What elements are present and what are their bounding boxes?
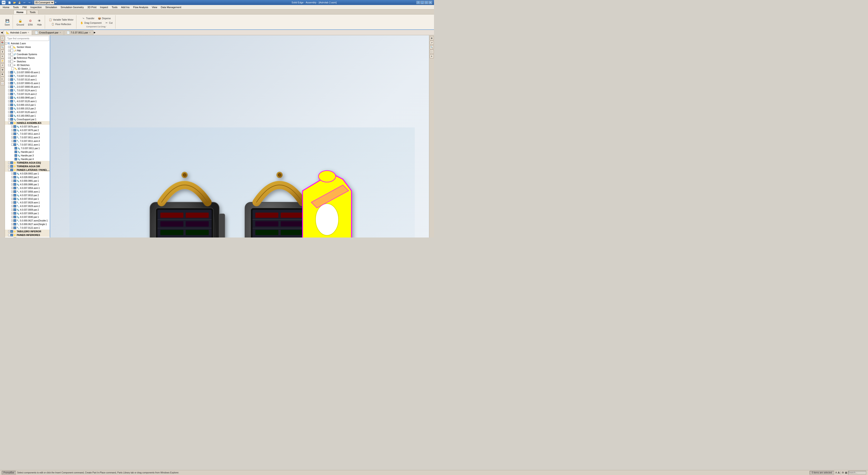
check-01-01[interactable]: ✓ — [10, 82, 13, 85]
expand-1013-2[interactable]: + — [8, 107, 10, 109]
tree-item-0011-asm1[interactable]: - ✓ 🔧 7.0.037.0011.asm:1 — [5, 143, 50, 147]
check-0110-1[interactable]: ✓ — [10, 78, 13, 81]
expand-0886[interactable]: + — [11, 183, 13, 186]
tree-item-pmi[interactable]: + 📝 PMI — [5, 49, 50, 53]
sidebar-icon-sensors[interactable]: ⚡ — [0, 59, 4, 63]
menu-inspection[interactable]: Inspection — [29, 5, 43, 9]
sidebar-icon-simulation[interactable]: ▷ — [0, 77, 4, 81]
expand-00-00[interactable]: + — [8, 71, 10, 73]
check-reference-planes[interactable] — [10, 57, 13, 59]
expand-coordinate-systems[interactable]: + — [8, 53, 10, 55]
check-0627-double[interactable]: ✓ — [13, 219, 16, 222]
check-0011-asm2[interactable]: ✓ — [13, 132, 16, 135]
help-button[interactable]: ? — [416, 1, 420, 4]
check-handle-assemblies[interactable]: ✓ — [10, 122, 13, 124]
tree-item-0010-1[interactable]: + ✓ 🔩 4.0.037.0010.par:1 — [5, 197, 50, 201]
menu-3dprint[interactable]: 3D Print — [86, 5, 98, 9]
save-button[interactable]: 💾 Save — [3, 18, 11, 26]
check-0011-asm4[interactable]: ✓ — [13, 140, 16, 142]
check-paineis-laterais[interactable]: ✓ — [10, 168, 13, 171]
sidebar-icon-properties[interactable]: ℹ — [0, 50, 4, 54]
expand-0056[interactable]: + — [11, 190, 13, 193]
doc-tab-crosssupport[interactable]: 📄 CrossSupport.par ✕ — [32, 30, 64, 35]
expand-0011-asm3[interactable]: + — [11, 136, 13, 138]
tree-item-0029-1[interactable]: + ✓ 🔧 4.0.037.0029.asm:1 — [5, 201, 50, 204]
viewport[interactable]: W Ψ Ψ — [50, 35, 434, 238]
sidebar-icon-select[interactable]: ↗ — [0, 63, 4, 67]
view-icon-3[interactable]: 🔍 — [430, 45, 434, 49]
menu-view[interactable]: View — [150, 5, 159, 9]
minimize-button[interactable]: _ — [421, 1, 424, 4]
close-button[interactable]: ✕ — [429, 1, 432, 4]
sidebar-icon-settings[interactable]: ⚙ — [0, 68, 4, 72]
menu-inspect[interactable]: Inspect — [98, 5, 110, 9]
check-1013-1[interactable]: ✓ — [10, 103, 13, 106]
check-0886[interactable]: ✓ — [13, 183, 16, 186]
menu-home[interactable]: Home — [1, 5, 11, 9]
tree-item-0110-1[interactable]: + ✓ 🔧 7.0.037.0110.asm:1 — [5, 78, 50, 81]
view-icon-1[interactable]: ⊞ — [430, 36, 434, 40]
check-0009-1[interactable]: ✓ — [13, 212, 16, 215]
check-0002-2[interactable]: ✓ — [13, 176, 16, 179]
tree-item-0002-2[interactable]: + ✓ 🔩 4.0.028.0002.par:2 — [5, 176, 50, 179]
expand-torneira-esq[interactable]: + — [8, 162, 10, 164]
tree-item-1013-2[interactable]: + ✓ 🔩 5.0.000.1013.par:2 — [5, 107, 50, 110]
tree-item-handle-par3[interactable]: ✓ 🔩 Handle.par:3 — [5, 154, 50, 157]
expand-paineis-inferiores[interactable]: - — [8, 234, 10, 236]
check-0110-2[interactable]: ✓ — [10, 74, 13, 77]
expand-037-007[interactable]: + — [11, 125, 13, 128]
expand-torneira-dir[interactable]: + — [8, 165, 10, 167]
menu-sim-geometry[interactable]: Simulation Geometry — [59, 5, 86, 9]
tree-item-0627-double[interactable]: + ✓ 🔧 5.0.000.0627.asm(Double:1 — [5, 219, 50, 222]
tree-item-section-views[interactable]: + 📐 Section Views — [5, 45, 50, 49]
cut-button[interactable]: ✂ Cut — [103, 21, 114, 25]
transfer-button[interactable]: ⤷ Transfer — [81, 16, 96, 21]
expand-0110-1[interactable]: + — [8, 78, 10, 81]
tree-item-paineis-inferiores[interactable]: - ✓ 📁 PAINEIS INFERIORES — [5, 233, 50, 237]
doc-tab-astrolab[interactable]: 📐 Astrolab 2.asm ✕ — [4, 30, 32, 35]
expand-pmi[interactable]: + — [8, 50, 10, 52]
tree-item-0063[interactable]: + ✓ 🔩 4.0.160.0063.par:1 — [5, 114, 50, 118]
check-0124-2[interactable]: ✓ — [10, 93, 13, 95]
check-0124-1[interactable]: ✓ — [10, 89, 13, 92]
doc-tab-close-astrolab[interactable]: ✕ — [28, 31, 29, 34]
tree-item-0120[interactable]: + ✓ 🔧 4.0.037.0120.asm:1 — [5, 99, 50, 103]
tree-item-0029-2[interactable]: + ✓ 🔧 4.0.037.0029.asm:2 — [5, 204, 50, 208]
expand-06-01[interactable]: + — [8, 86, 10, 88]
check-0122[interactable]: ✓ — [13, 226, 16, 229]
tree-item-torneira-dir[interactable]: + ✓ 📁 TORNEIRA AGUA DIR — [5, 164, 50, 168]
tree-item-06-01[interactable]: + ✓ 🔧 2.0.037.0000-06.asm:1 — [5, 85, 50, 89]
sidebar-icon-view[interactable]: 👁 — [0, 72, 4, 76]
hide-button[interactable]: 👁 Hide — [35, 18, 43, 26]
check-0011-asm3[interactable]: ✓ — [13, 136, 16, 139]
view-icon-5[interactable]: ≡ — [430, 54, 434, 58]
tree-item-0056[interactable]: + ✓ 🔧 4.0.037.0056.asm:1 — [5, 190, 50, 193]
tree-item-0054[interactable]: + ✓ 🔧 4.0.037.0054.asm:1 — [5, 186, 50, 190]
check-torneira-dir[interactable]: ✓ — [10, 165, 13, 168]
check-crosssupport[interactable]: ✓ — [10, 118, 13, 121]
tree-item-0011-asm4[interactable]: + ✓ 🔧 7.0.037.0011.asm:4 — [5, 139, 50, 143]
expand-0029-2[interactable]: + — [11, 205, 13, 207]
check-0010-1[interactable]: ✓ — [13, 197, 16, 200]
expand-0029-1[interactable]: + — [11, 201, 13, 203]
view-icon-4[interactable]: ⬚ — [430, 50, 434, 54]
check-section-views[interactable] — [10, 45, 13, 49]
check-handle-par3[interactable]: ✓ — [14, 154, 17, 157]
menu-simulation[interactable]: Simulation — [43, 5, 59, 9]
expand-0040[interactable]: + — [11, 216, 13, 218]
expand-0010-2[interactable]: + — [11, 194, 13, 196]
check-0054[interactable]: ✓ — [13, 187, 16, 189]
tree-item-0076[interactable]: + ✓ 🔩 4.0.037.0076.par:2 — [5, 128, 50, 132]
tree-item-00-00[interactable]: + ✓ 🔧 2.0.037.0000-00.asm:1 — [5, 70, 50, 74]
tree-item-00-10-asm2[interactable]: + ✓ 🔧 2.0.037.0000-10.asm:2 — [5, 237, 50, 238]
tree-item-0009-2[interactable]: + ✓ 🔩 4.0.037.0009.par:2 — [5, 208, 50, 212]
tree-item-0011-asm2[interactable]: + ✓ 🔧 7.0.037.0011.asm:2 — [5, 132, 50, 135]
menu-addins[interactable]: Add Ins — [119, 5, 131, 9]
check-00-10-asm2[interactable]: ✓ — [13, 237, 16, 238]
check-coordinate-systems[interactable] — [10, 53, 13, 56]
tree-item-0110-2[interactable]: + ✓ 🔧 7.0.037.0110.asm:2 — [5, 74, 50, 78]
expand-0110-2[interactable]: + — [8, 75, 10, 77]
check-3d-sketch-1[interactable] — [11, 67, 14, 70]
sidebar-icon-inspect[interactable]: 🔍 — [0, 45, 4, 49]
check-pmi[interactable] — [10, 49, 13, 52]
